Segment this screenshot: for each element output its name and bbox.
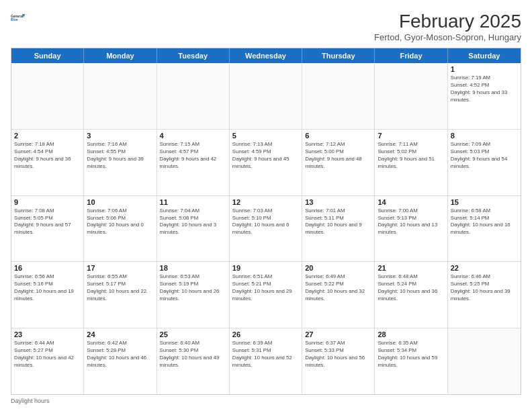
calendar-cell: 23Sunrise: 6:44 AM Sunset: 5:27 PM Dayli… [11, 328, 84, 394]
calendar-cell [375, 63, 447, 129]
day-number: 6 [305, 132, 371, 140]
day-number: 7 [378, 132, 444, 140]
calendar-cell: 4Sunrise: 7:15 AM Sunset: 4:57 PM Daylig… [157, 130, 230, 195]
calendar-cell [302, 63, 375, 129]
header-friday: Friday [375, 48, 447, 63]
day-number: 19 [232, 264, 299, 272]
day-info: Sunrise: 6:35 AM Sunset: 5:34 PM Dayligh… [378, 340, 444, 369]
day-number: 1 [451, 65, 518, 73]
calendar-cell: 7Sunrise: 7:11 AM Sunset: 5:02 PM Daylig… [375, 130, 447, 195]
header-monday: Monday [84, 48, 157, 63]
day-info: Sunrise: 6:56 AM Sunset: 5:16 PM Dayligh… [14, 273, 81, 303]
day-number: 22 [451, 264, 518, 272]
calendar-cell: 8Sunrise: 7:09 AM Sunset: 5:03 PM Daylig… [448, 130, 521, 195]
calendar-row: 9Sunrise: 7:08 AM Sunset: 5:05 PM Daylig… [11, 196, 521, 263]
header-sunday: Sunday [11, 48, 84, 63]
day-number: 17 [87, 264, 153, 272]
calendar-cell: 1Sunrise: 7:19 AM Sunset: 4:52 PM Daylig… [448, 63, 521, 129]
day-info: Sunrise: 7:04 AM Sunset: 5:08 PM Dayligh… [160, 208, 226, 237]
day-number: 27 [305, 330, 371, 338]
day-number: 20 [305, 264, 371, 272]
calendar-cell [230, 63, 302, 129]
day-info: Sunrise: 6:58 AM Sunset: 5:14 PM Dayligh… [451, 208, 518, 237]
day-number: 26 [232, 330, 299, 338]
day-info: Sunrise: 7:11 AM Sunset: 5:02 PM Dayligh… [378, 141, 444, 171]
footer-note: Daylight hours [11, 398, 521, 404]
calendar-cell: 27Sunrise: 6:37 AM Sunset: 5:33 PM Dayli… [302, 328, 375, 394]
day-number: 15 [451, 198, 518, 206]
day-number: 9 [14, 198, 81, 206]
calendar-row: 23Sunrise: 6:44 AM Sunset: 5:27 PM Dayli… [11, 328, 521, 394]
day-info: Sunrise: 7:18 AM Sunset: 4:54 PM Dayligh… [14, 141, 81, 171]
day-info: Sunrise: 6:39 AM Sunset: 5:31 PM Dayligh… [232, 340, 299, 369]
calendar-cell: 24Sunrise: 6:42 AM Sunset: 5:28 PM Dayli… [84, 328, 157, 394]
day-info: Sunrise: 6:46 AM Sunset: 5:25 PM Dayligh… [451, 273, 518, 303]
calendar: Sunday Monday Tuesday Wednesday Thursday… [11, 48, 521, 395]
daylight-label: Daylight hours [11, 398, 50, 404]
day-number: 14 [378, 198, 444, 206]
day-info: Sunrise: 7:15 AM Sunset: 4:57 PM Dayligh… [160, 141, 226, 171]
calendar-row: 16Sunrise: 6:56 AM Sunset: 5:16 PM Dayli… [11, 262, 521, 328]
logo: GeneralBlue [11, 11, 26, 26]
calendar-row: 2Sunrise: 7:18 AM Sunset: 4:54 PM Daylig… [11, 130, 521, 196]
day-number: 16 [14, 264, 81, 272]
day-number: 2 [14, 132, 81, 140]
day-info: Sunrise: 7:06 AM Sunset: 5:06 PM Dayligh… [87, 208, 153, 237]
day-number: 3 [87, 132, 153, 140]
day-info: Sunrise: 6:55 AM Sunset: 5:17 PM Dayligh… [87, 273, 153, 303]
day-info: Sunrise: 7:01 AM Sunset: 5:11 PM Dayligh… [305, 208, 371, 237]
day-number: 18 [160, 264, 226, 272]
day-info: Sunrise: 7:16 AM Sunset: 4:55 PM Dayligh… [87, 141, 153, 171]
calendar-cell: 20Sunrise: 6:49 AM Sunset: 5:22 PM Dayli… [302, 262, 375, 328]
calendar-cell: 16Sunrise: 6:56 AM Sunset: 5:16 PM Dayli… [11, 262, 84, 328]
calendar-cell: 13Sunrise: 7:01 AM Sunset: 5:11 PM Dayli… [302, 196, 375, 262]
calendar-cell: 15Sunrise: 6:58 AM Sunset: 5:14 PM Dayli… [448, 196, 521, 262]
day-number: 12 [232, 198, 299, 206]
day-number: 28 [378, 330, 444, 338]
day-info: Sunrise: 6:53 AM Sunset: 5:19 PM Dayligh… [160, 273, 226, 303]
calendar-cell: 10Sunrise: 7:06 AM Sunset: 5:06 PM Dayli… [84, 196, 157, 262]
day-info: Sunrise: 6:51 AM Sunset: 5:21 PM Dayligh… [232, 273, 299, 303]
header-wednesday: Wednesday [230, 48, 302, 63]
day-info: Sunrise: 7:13 AM Sunset: 4:59 PM Dayligh… [232, 141, 299, 171]
day-info: Sunrise: 7:09 AM Sunset: 5:03 PM Dayligh… [451, 141, 518, 171]
calendar-cell: 11Sunrise: 7:04 AM Sunset: 5:08 PM Dayli… [157, 196, 230, 262]
day-info: Sunrise: 6:37 AM Sunset: 5:33 PM Dayligh… [305, 340, 371, 369]
calendar-cell: 28Sunrise: 6:35 AM Sunset: 5:34 PM Dayli… [375, 328, 447, 394]
header-saturday: Saturday [448, 48, 521, 63]
day-number: 13 [305, 198, 371, 206]
calendar-cell: 21Sunrise: 6:48 AM Sunset: 5:24 PM Dayli… [375, 262, 447, 328]
svg-text:General: General [11, 15, 24, 18]
day-number: 24 [87, 330, 153, 338]
day-info: Sunrise: 7:19 AM Sunset: 4:52 PM Dayligh… [451, 75, 518, 104]
day-info: Sunrise: 6:48 AM Sunset: 5:24 PM Dayligh… [378, 273, 444, 303]
calendar-cell [157, 63, 230, 129]
calendar-cell [84, 63, 157, 129]
calendar-cell: 3Sunrise: 7:16 AM Sunset: 4:55 PM Daylig… [84, 130, 157, 195]
day-number: 21 [378, 264, 444, 272]
day-info: Sunrise: 7:03 AM Sunset: 5:10 PM Dayligh… [232, 208, 299, 237]
calendar-cell [11, 63, 84, 129]
day-info: Sunrise: 7:08 AM Sunset: 5:05 PM Dayligh… [14, 208, 81, 237]
day-number: 4 [160, 132, 226, 140]
calendar-cell: 9Sunrise: 7:08 AM Sunset: 5:05 PM Daylig… [11, 196, 84, 262]
page: GeneralBlue February 2025 Fertod, Gyor-M… [0, 0, 532, 411]
calendar-body: 1Sunrise: 7:19 AM Sunset: 4:52 PM Daylig… [11, 63, 521, 394]
calendar-row: 1Sunrise: 7:19 AM Sunset: 4:52 PM Daylig… [11, 63, 521, 130]
header-thursday: Thursday [302, 48, 375, 63]
calendar-cell: 5Sunrise: 7:13 AM Sunset: 4:59 PM Daylig… [230, 130, 302, 195]
calendar-cell: 12Sunrise: 7:03 AM Sunset: 5:10 PM Dayli… [230, 196, 302, 262]
header: GeneralBlue February 2025 Fertod, Gyor-M… [11, 11, 521, 42]
calendar-cell: 14Sunrise: 7:00 AM Sunset: 5:13 PM Dayli… [375, 196, 447, 262]
calendar-cell: 25Sunrise: 6:40 AM Sunset: 5:30 PM Dayli… [157, 328, 230, 394]
calendar-cell: 17Sunrise: 6:55 AM Sunset: 5:17 PM Dayli… [84, 262, 157, 328]
subtitle: Fertod, Gyor-Moson-Sopron, Hungary [374, 32, 521, 42]
day-number: 11 [160, 198, 226, 206]
main-title: February 2025 [374, 11, 521, 32]
logo-icon: GeneralBlue [11, 11, 26, 26]
calendar-cell: 18Sunrise: 6:53 AM Sunset: 5:19 PM Dayli… [157, 262, 230, 328]
day-number: 8 [451, 132, 518, 140]
calendar-cell: 19Sunrise: 6:51 AM Sunset: 5:21 PM Dayli… [230, 262, 302, 328]
day-info: Sunrise: 6:44 AM Sunset: 5:27 PM Dayligh… [14, 340, 81, 369]
calendar-cell: 26Sunrise: 6:39 AM Sunset: 5:31 PM Dayli… [230, 328, 302, 394]
